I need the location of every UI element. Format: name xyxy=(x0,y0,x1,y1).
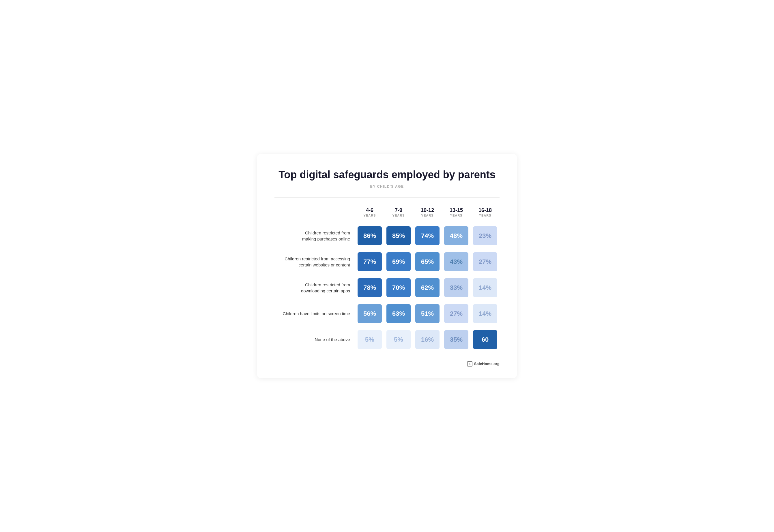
age-unit-0: YEARS xyxy=(358,214,382,217)
data-box-r3-c0: 56% xyxy=(358,304,382,323)
table-grid: 4-6YEARS7-9YEARS10-12YEARS13-15YEARS16-1… xyxy=(275,208,499,353)
data-box-r4-c1: 5% xyxy=(386,330,411,349)
data-cell-r0-c0: 86% xyxy=(355,223,384,249)
data-table: 4-6YEARS7-9YEARS10-12YEARS13-15YEARS16-1… xyxy=(275,208,499,353)
data-cell-r3-c1: 63% xyxy=(384,301,413,327)
data-cell-r1-c2: 65% xyxy=(413,249,442,275)
age-range-3: 13-15 xyxy=(444,208,468,213)
row-label-text-3: Children have limits on screen time xyxy=(283,311,350,317)
data-box-r2-c4: 14% xyxy=(473,278,497,297)
main-card: Top digital safeguards employed by paren… xyxy=(257,154,517,378)
brand-text: SafeHome.org xyxy=(474,362,499,366)
age-unit-1: YEARS xyxy=(386,214,411,217)
age-range-0: 4-6 xyxy=(358,208,382,213)
row-label-1: Children restricted from accessingcertai… xyxy=(275,249,355,275)
data-box-r2-c2: 62% xyxy=(415,278,439,297)
data-cell-r4-c1: 5% xyxy=(384,327,413,353)
data-cell-r3-c4: 14% xyxy=(471,301,499,327)
data-cell-r0-c3: 48% xyxy=(442,223,471,249)
data-box-r3-c4: 14% xyxy=(473,304,497,323)
brand-tld: .org xyxy=(492,362,499,366)
row-label-2: Children restricted fromdownloading cert… xyxy=(275,275,355,301)
data-box-r1-c2: 65% xyxy=(415,252,439,271)
data-box-r1-c1: 69% xyxy=(386,252,411,271)
data-cell-r3-c0: 56% xyxy=(355,301,384,327)
chart-title: Top digital safeguards employed by paren… xyxy=(275,168,499,181)
data-cell-r4-c3: 35% xyxy=(442,327,471,353)
brand-name: SafeHome xyxy=(474,362,493,366)
data-box-r0-c3: 48% xyxy=(444,226,468,245)
row-label-3: Children have limits on screen time xyxy=(275,301,355,327)
data-cell-r0-c4: 23% xyxy=(471,223,499,249)
data-cell-r0-c1: 85% xyxy=(384,223,413,249)
data-cell-r2-c0: 78% xyxy=(355,275,384,301)
data-cell-r4-c2: 16% xyxy=(413,327,442,353)
age-unit-3: YEARS xyxy=(444,214,468,217)
data-cell-r3-c2: 51% xyxy=(413,301,442,327)
col-header-0: 4-6YEARS xyxy=(355,208,384,223)
data-cell-r4-c4: 60 xyxy=(471,327,499,353)
data-box-r4-c2: 16% xyxy=(415,330,439,349)
age-range-1: 7-9 xyxy=(386,208,411,213)
row-label-text-0: Children restricted frommaking purchases… xyxy=(302,230,350,242)
col-header-3: 13-15YEARS xyxy=(442,208,471,223)
row-label-text-4: None of the above xyxy=(315,337,350,343)
row-label-0: Children restricted frommaking purchases… xyxy=(275,223,355,249)
col-header-1: 7-9YEARS xyxy=(384,208,413,223)
age-unit-2: YEARS xyxy=(415,214,439,217)
data-cell-r0-c2: 74% xyxy=(413,223,442,249)
data-box-r0-c2: 74% xyxy=(415,226,439,245)
chart-subtitle: BY CHILD'S AGE xyxy=(275,185,499,189)
data-cell-r2-c1: 70% xyxy=(384,275,413,301)
data-cell-r2-c2: 62% xyxy=(413,275,442,301)
data-box-r3-c1: 63% xyxy=(386,304,411,323)
data-box-r2-c0: 78% xyxy=(358,278,382,297)
data-cell-r4-c0: 5% xyxy=(355,327,384,353)
data-box-r3-c2: 51% xyxy=(415,304,439,323)
data-cell-r3-c3: 27% xyxy=(442,301,471,327)
data-box-r1-c0: 77% xyxy=(358,252,382,271)
data-cell-r1-c1: 69% xyxy=(384,249,413,275)
row-label-text-2: Children restricted fromdownloading cert… xyxy=(301,282,350,294)
data-cell-r2-c3: 33% xyxy=(442,275,471,301)
row-label-4: None of the above xyxy=(275,327,355,353)
footer: ⌂ SafeHome.org xyxy=(275,361,499,366)
data-box-r3-c3: 27% xyxy=(444,304,468,323)
data-box-r0-c1: 85% xyxy=(386,226,411,245)
data-box-r1-c4: 27% xyxy=(473,252,497,271)
data-box-r2-c1: 70% xyxy=(386,278,411,297)
data-cell-r1-c0: 77% xyxy=(355,249,384,275)
row-label-text-1: Children restricted from accessingcertai… xyxy=(285,256,350,268)
data-box-r1-c3: 43% xyxy=(444,252,468,271)
age-range-4: 16-18 xyxy=(473,208,497,213)
age-range-2: 10-12 xyxy=(415,208,439,213)
data-cell-r2-c4: 14% xyxy=(471,275,499,301)
data-cell-r1-c3: 43% xyxy=(442,249,471,275)
data-cell-r1-c4: 27% xyxy=(471,249,499,275)
data-box-r4-c3: 35% xyxy=(444,330,468,349)
age-unit-4: YEARS xyxy=(473,214,497,217)
data-box-r2-c3: 33% xyxy=(444,278,468,297)
data-box-r4-c4: 60 xyxy=(473,330,497,349)
data-box-r0-c4: 23% xyxy=(473,226,497,245)
data-box-r0-c0: 86% xyxy=(358,226,382,245)
divider xyxy=(275,197,499,198)
col-header-2: 10-12YEARS xyxy=(413,208,442,223)
col-header-4: 16-18YEARS xyxy=(471,208,499,223)
data-box-r4-c0: 5% xyxy=(358,330,382,349)
home-icon: ⌂ xyxy=(467,361,472,366)
header-empty xyxy=(275,208,355,223)
